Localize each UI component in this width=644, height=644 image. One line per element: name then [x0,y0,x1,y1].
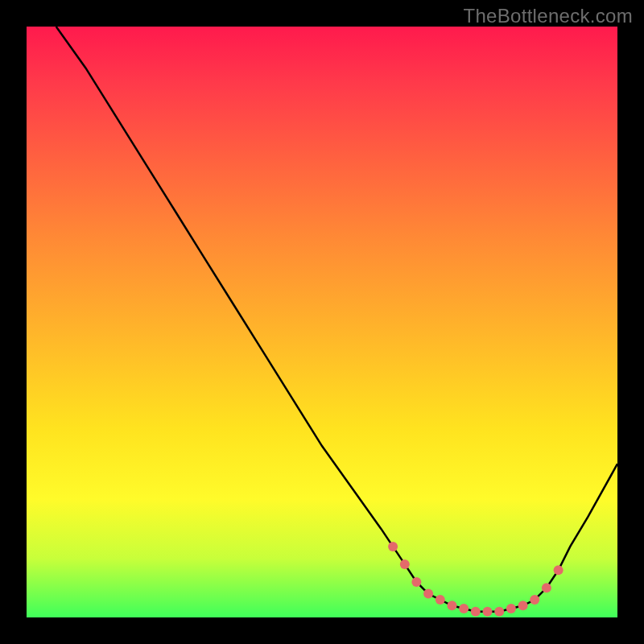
marker-dot [483,607,493,617]
chart-svg [27,27,617,617]
marker-dot [448,601,457,610]
marker-dot [518,601,528,610]
marker-dot [400,559,410,569]
marker-dot [542,583,551,592]
marker-dot [530,595,539,605]
bottleneck-curve [56,27,617,612]
valley-markers [388,542,563,617]
marker-dot [423,589,433,599]
marker-dot [471,607,481,617]
marker-dot [411,577,421,587]
marker-dot [506,604,516,613]
watermark-text: TheBottleneck.com [463,5,633,27]
chart-frame: TheBottleneck.com [0,0,644,644]
marker-dot [436,595,445,605]
marker-dot [494,607,504,617]
marker-dot [554,565,564,575]
marker-dot [388,542,398,551]
plot-area [27,27,617,617]
marker-dot [459,604,469,613]
